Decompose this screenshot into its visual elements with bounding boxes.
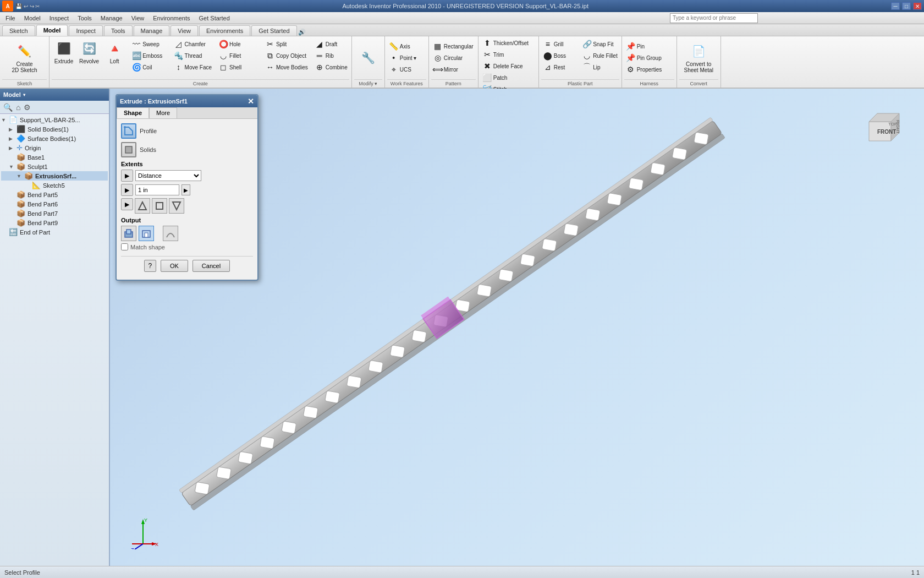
taper-negative-button[interactable]: [169, 198, 184, 214]
ok-button[interactable]: OK: [161, 260, 188, 272]
properties-button[interactable]: ⚙Properties: [624, 64, 674, 75]
lip-button[interactable]: ⌒Lip: [580, 62, 619, 73]
dialog-close-button[interactable]: ✕: [248, 97, 254, 106]
tree-item-end-of-part[interactable]: 🔚 End of Part: [1, 227, 108, 237]
menu-environments[interactable]: Environments: [148, 14, 194, 23]
menu-get-started[interactable]: Get Started: [195, 14, 234, 23]
dialog-tab-more[interactable]: More: [149, 107, 177, 118]
boss-button[interactable]: ⬤Boss: [541, 50, 580, 61]
patch-button[interactable]: ⬜Patch: [481, 72, 536, 83]
menu-model[interactable]: Model: [20, 14, 45, 23]
menu-tools[interactable]: Tools: [73, 14, 96, 23]
tree-item-extrusion[interactable]: ▼ 📦 ExtrusionSrf...: [1, 171, 108, 181]
draft-button[interactable]: ◢Draft: [313, 39, 349, 50]
tree-item-root[interactable]: ▼ 📄 Support_VL-BAR-25...: [1, 115, 108, 124]
dialog-tab-shape[interactable]: Shape: [117, 107, 149, 118]
create-2d-sketch-button[interactable]: ✏️ Create2D Sketch: [9, 41, 39, 74]
rib-button[interactable]: ═Rib: [313, 50, 349, 61]
tab-view[interactable]: View: [170, 25, 198, 36]
menu-file[interactable]: File: [1, 14, 20, 23]
tab-manage[interactable]: Manage: [134, 25, 170, 36]
extrude-button[interactable]: ⬛ Extrude: [52, 39, 76, 66]
dialog-titlebar[interactable]: Extrude : ExtrusionSrf1 ✕: [117, 95, 257, 107]
direction-button-1[interactable]: ▶: [121, 170, 133, 182]
hole-button[interactable]: ⭕Hole: [217, 39, 263, 50]
sidebar-settings-button[interactable]: ⚙: [23, 102, 32, 113]
circular-button[interactable]: ◎Circular: [431, 52, 476, 63]
profile-selector-button[interactable]: [121, 123, 136, 139]
help-button[interactable]: ?: [144, 260, 156, 272]
tab-inspect[interactable]: Inspect: [69, 25, 102, 36]
sidebar-home-button[interactable]: ⌂: [15, 102, 21, 113]
minimize-button[interactable]: ─: [891, 2, 900, 10]
cancel-button[interactable]: Cancel: [193, 260, 230, 272]
taper-neutral-button[interactable]: [152, 198, 167, 214]
tree-item-surface-bodies[interactable]: ▶ 🔷 Surface Bodies(1): [1, 134, 108, 143]
snap-fit-button[interactable]: 🔗Snap Fit: [580, 39, 619, 50]
tree-item-bend6[interactable]: 📦 Bend Part6: [1, 199, 108, 209]
emboss-button[interactable]: 🔤Emboss: [130, 50, 171, 61]
tab-sketch[interactable]: Sketch: [2, 25, 35, 36]
tree-item-bend9[interactable]: 📦 Bend Part9: [1, 218, 108, 227]
extent-type-select[interactable]: Distance To To Next Between All: [135, 170, 201, 181]
fillet-button[interactable]: ◡Fillet: [217, 50, 263, 61]
sweep-button[interactable]: 〰Sweep: [130, 39, 171, 50]
grill-button[interactable]: ≡Grill: [541, 39, 580, 50]
tab-tools[interactable]: Tools: [104, 25, 133, 36]
menu-inspect[interactable]: Inspect: [45, 14, 73, 23]
shell-button[interactable]: ◻Shell: [217, 62, 263, 73]
tab-get-started[interactable]: Get Started: [251, 25, 296, 36]
tree-item-sculpt1[interactable]: ▼ 📦 Sculpt1: [1, 162, 108, 171]
tree-item-bend7[interactable]: 📦 Bend Part7: [1, 209, 108, 218]
taper-positive-button[interactable]: [135, 198, 150, 214]
split-button[interactable]: ✂Split: [263, 39, 310, 50]
move-face-button[interactable]: ↕Move Face: [172, 62, 213, 73]
tree-item-origin[interactable]: ▶ ✛ Origin: [1, 143, 108, 152]
tab-environments[interactable]: Environments: [199, 25, 250, 36]
rule-fillet-button[interactable]: ◡Rule Fillet: [580, 50, 619, 61]
tree-item-solid-bodies[interactable]: ▶ ⬛ Solid Bodies(1): [1, 124, 108, 134]
view-cube[interactable]: FRONT TOP RIGHT: [858, 100, 913, 144]
axis-button[interactable]: 📏Axis: [387, 41, 419, 52]
menu-view[interactable]: View: [127, 14, 149, 23]
mirror-button[interactable]: ⟺Mirror: [431, 64, 476, 75]
point-button[interactable]: •Point ▾: [387, 52, 419, 63]
rectangular-button[interactable]: ▦Rectangular: [431, 41, 476, 52]
tree-item-sketch5[interactable]: 📐 Sketch5: [1, 181, 108, 190]
pin-group-button[interactable]: 📌Pin Group: [624, 52, 674, 63]
copy-object-button[interactable]: ⧉Copy Object: [263, 50, 310, 61]
loft-button[interactable]: 🔺 Loft: [102, 39, 127, 66]
match-shape-checkbox[interactable]: [121, 243, 128, 250]
convert-to-sheet-metal-button[interactable]: 📄 Convert toSheet Metal: [681, 41, 715, 74]
maximize-button[interactable]: □: [902, 2, 911, 10]
sidebar-arrow[interactable]: ▾: [23, 92, 25, 97]
tree-item-bend5[interactable]: 📦 Bend Part5: [1, 190, 108, 199]
trim-button[interactable]: ✂Trim: [481, 49, 536, 60]
thread-button[interactable]: 🔩Thread: [172, 50, 213, 61]
revolve-button[interactable]: 🔄 Revolve: [77, 39, 101, 66]
output-surface-button[interactable]: [163, 226, 178, 241]
menu-manage[interactable]: Manage: [96, 14, 127, 23]
solids-selector-button[interactable]: [121, 142, 136, 157]
thicken-offset-button[interactable]: ⬆Thicken/Offset: [481, 37, 536, 48]
close-button[interactable]: ✕: [913, 2, 922, 10]
tree-item-base1[interactable]: 📦 Base1: [1, 152, 108, 162]
distance-input[interactable]: [135, 184, 179, 195]
move-bodies-button[interactable]: ↔Move Bodies: [263, 62, 310, 73]
pin-button[interactable]: 📌Pin: [624, 41, 674, 52]
canvas[interactable]: Y X Z FRONT TOP RIGHT: [110, 89, 924, 566]
tab-model[interactable]: Model: [36, 25, 68, 36]
output-join-button[interactable]: [121, 226, 136, 241]
delete-face-button[interactable]: ✖Delete Face: [481, 61, 536, 72]
combine-button[interactable]: ⊕Combine: [313, 62, 349, 73]
search-input[interactable]: [670, 13, 758, 23]
direction-button-2[interactable]: ▶: [121, 184, 133, 196]
sidebar-filter-button[interactable]: 🔍: [2, 102, 14, 113]
rest-button[interactable]: ⊿Rest: [541, 62, 580, 73]
output-cut-button[interactable]: [139, 226, 154, 241]
audio-icon[interactable]: 🔊: [298, 29, 309, 36]
distance-arrow-button[interactable]: ▶: [182, 184, 190, 195]
direction-button-3[interactable]: ▶: [121, 198, 133, 210]
ucs-button[interactable]: ⌖UCS: [387, 64, 419, 75]
chamfer-button[interactable]: ◿Chamfer: [172, 39, 213, 50]
